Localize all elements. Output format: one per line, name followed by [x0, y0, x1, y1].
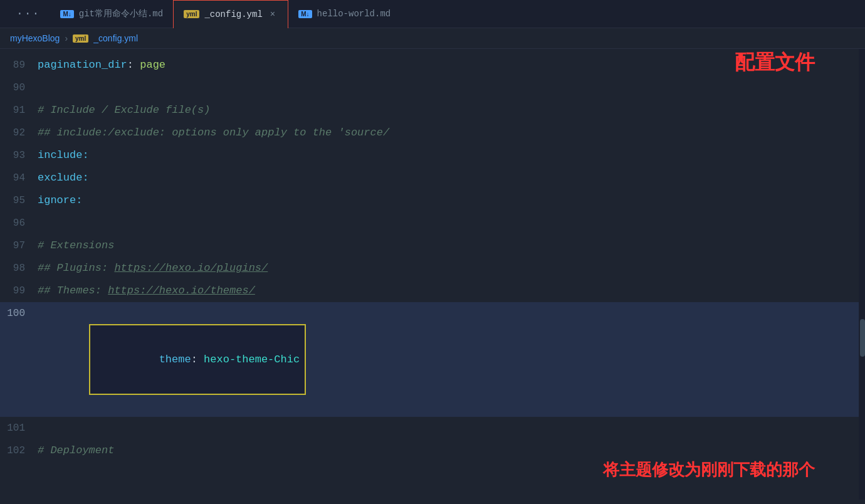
editor-scrollbar[interactable]	[859, 49, 865, 500]
code-line-92: 92 ## include:/exclude: options only app…	[0, 122, 865, 144]
more-icon: ···	[16, 8, 40, 20]
line-content-97: # Extensions	[38, 234, 865, 256]
line-num-94: 94	[0, 167, 38, 189]
scrollbar-thumb[interactable]	[860, 319, 865, 357]
code-line-99: 99 ## Themes: https://hexo.io/themes/	[0, 280, 865, 302]
annotation-theme-label: 将主题修改为刚刚下载的那个	[603, 459, 815, 481]
tab-label-1: git常用命令小结.md	[79, 8, 163, 19]
code-line-90: 90	[0, 76, 865, 99]
breadcrumb-file: _config.yml	[93, 33, 138, 43]
editor-area: 配置文件 89 pagination_dir: page 90 91 # Inc…	[0, 49, 865, 500]
tab-label-2: _config.yml	[204, 9, 262, 19]
md-badge-1: M↓	[60, 10, 73, 18]
breadcrumb: myHexoBlog › yml _config.yml	[0, 28, 865, 49]
code-line-97: 97 # Extensions	[0, 234, 865, 257]
breadcrumb-project[interactable]: myHexoBlog	[10, 33, 60, 43]
line-num-91: 91	[0, 100, 38, 122]
line-num-98: 98	[0, 258, 38, 280]
code-line-101: 101	[0, 417, 865, 439]
line-num-92: 92	[0, 122, 38, 144]
line-content-101	[38, 417, 865, 439]
line-content-95: ignore:	[38, 189, 865, 211]
breadcrumb-yaml-badge: yml	[73, 34, 88, 43]
code-line-98: 98 ## Plugins: https://hexo.io/plugins/	[0, 257, 865, 280]
breadcrumb-separator: ›	[65, 33, 68, 43]
line-100-highlight-box: theme: hexo-theme-Chic	[89, 324, 306, 395]
code-line-102: 102 # Deployment	[0, 439, 865, 462]
line-num-99: 99	[0, 280, 38, 302]
line-content-93: include:	[38, 144, 865, 166]
tab-git-md[interactable]: M↓ git常用命令小结.md	[50, 0, 173, 28]
tab-more-button[interactable]: ···	[6, 8, 50, 20]
line-content-90	[38, 76, 865, 98]
line-content-91: # Include / Exclude file(s)	[38, 99, 865, 121]
line-content-99: ## Themes: https://hexo.io/themes/	[38, 280, 865, 302]
line-content-89: pagination_dir: page	[38, 54, 865, 76]
line-content-92: ## include:/exclude: options only apply …	[38, 122, 865, 144]
code-area[interactable]: 89 pagination_dir: page 90 91 # Include …	[0, 49, 865, 462]
line-num-102: 102	[0, 440, 38, 462]
line-num-90: 90	[0, 77, 38, 99]
line-num-89: 89	[0, 55, 38, 76]
line-content-100: theme: hexo-theme-Chic	[38, 302, 865, 417]
code-line-95: 95 ignore:	[0, 189, 865, 212]
code-line-94: 94 exclude:	[0, 167, 865, 189]
code-line-100: 100 theme: hexo-theme-Chic	[0, 302, 865, 417]
line-content-94: exclude:	[38, 167, 865, 189]
line-num-93: 93	[0, 145, 38, 167]
line-num-97: 97	[0, 235, 38, 257]
yaml-badge-active: yml	[184, 10, 199, 18]
line-content-102: # Deployment	[38, 439, 865, 461]
code-line-93: 93 include:	[0, 144, 865, 167]
line-num-101: 101	[0, 417, 38, 439]
line-content-96	[38, 212, 865, 234]
md-badge-3: M↓	[298, 10, 312, 18]
code-line-89: 89 pagination_dir: page	[0, 54, 865, 76]
tab-config-yml[interactable]: yml _config.yml ×	[173, 0, 288, 28]
tab-hello-md[interactable]: M↓ hello-world.md	[288, 0, 401, 28]
line-num-95: 95	[0, 190, 38, 212]
tab-label-3: hello-world.md	[317, 9, 391, 19]
code-line-96: 96	[0, 212, 865, 234]
line-num-100: 100	[0, 303, 38, 325]
code-line-91: 91 # Include / Exclude file(s)	[0, 99, 865, 122]
tab-close-button[interactable]: ×	[268, 8, 278, 21]
line-content-98: ## Plugins: https://hexo.io/plugins/	[38, 257, 865, 279]
line-num-96: 96	[0, 213, 38, 234]
tab-bar: ··· M↓ git常用命令小结.md yml _config.yml × M↓…	[0, 0, 865, 28]
